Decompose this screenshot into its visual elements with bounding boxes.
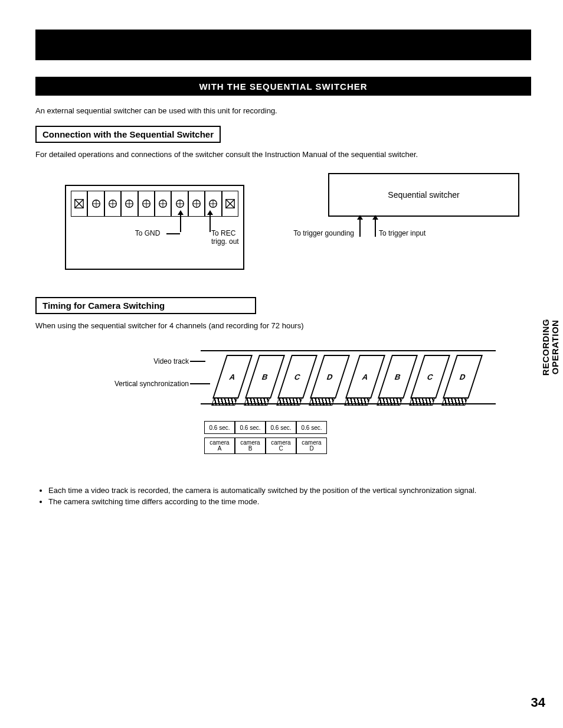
diagram-line — [210, 211, 211, 232]
timing-diagram: Video track Vertical synchronization A B… — [83, 344, 508, 474]
time-cell: 0.6 sec. — [235, 421, 266, 434]
diagram-line — [359, 216, 361, 237]
to-trigger-input-label: To trigger input — [379, 230, 450, 238]
switcher-box: Sequential switcher — [328, 173, 519, 217]
camera-cell: camera A — [204, 438, 235, 454]
video-track-label: Video track — [118, 357, 189, 365]
section2-heading: Timing for Camera Switching — [35, 297, 256, 314]
to-trigger-gnd-label: To trigger gounding — [277, 230, 354, 238]
camera-cell: camera C — [266, 438, 296, 454]
connection-diagram: Sequential switcher To GND To REC trigg.… — [35, 173, 519, 279]
title-strip: WITH THE SEQUENTIAL SWITCHER — [35, 77, 531, 96]
section1-heading: Connection with the Sequential Switcher — [35, 126, 221, 143]
intro-text: An external sequential switcher can be u… — [35, 106, 531, 115]
section1-para: For detailed operations and connections … — [35, 150, 531, 159]
connector-icon — [222, 191, 238, 217]
time-cell: 0.6 sec. — [266, 421, 296, 434]
track-slot: D — [443, 355, 483, 399]
camera-cell: camera D — [296, 438, 327, 454]
time-cell: 0.6 sec. — [296, 421, 327, 434]
side-tab-label: RECORDING OPERATION — [541, 319, 560, 376]
bullet-item: Each time a video track is recorded, the… — [48, 486, 531, 495]
time-cell: 0.6 sec. — [204, 421, 235, 434]
bullet-list: Each time a video track is recorded, the… — [35, 486, 531, 506]
diagram-line — [180, 211, 181, 232]
camera-cell: camera B — [235, 438, 266, 454]
connector-icon — [104, 191, 121, 217]
connector-icon — [71, 191, 87, 217]
diagram-line — [190, 383, 210, 384]
connector-icon — [138, 191, 155, 217]
connector-icon — [188, 191, 205, 217]
connector-icon — [155, 191, 171, 217]
vcr-unit-box — [65, 185, 244, 270]
diagram-line — [190, 361, 205, 362]
to-gnd-label: To GND — [130, 230, 165, 238]
connector-icon — [87, 191, 104, 217]
bullet-item: The camera switching time differs accord… — [48, 497, 531, 506]
section2-para: When using the sequential switcher for 4… — [35, 321, 531, 330]
connector-icon — [121, 191, 138, 217]
header-black-bar — [35, 30, 531, 60]
diagram-line — [201, 350, 496, 351]
page-number: 34 — [531, 695, 545, 710]
track-slot: D — [310, 355, 350, 399]
diagram-line — [375, 216, 376, 237]
diagram-line — [166, 233, 180, 234]
vsync-label: Vertical synchronization — [94, 380, 189, 388]
to-rec-label: To REC trigg. out — [211, 230, 253, 246]
